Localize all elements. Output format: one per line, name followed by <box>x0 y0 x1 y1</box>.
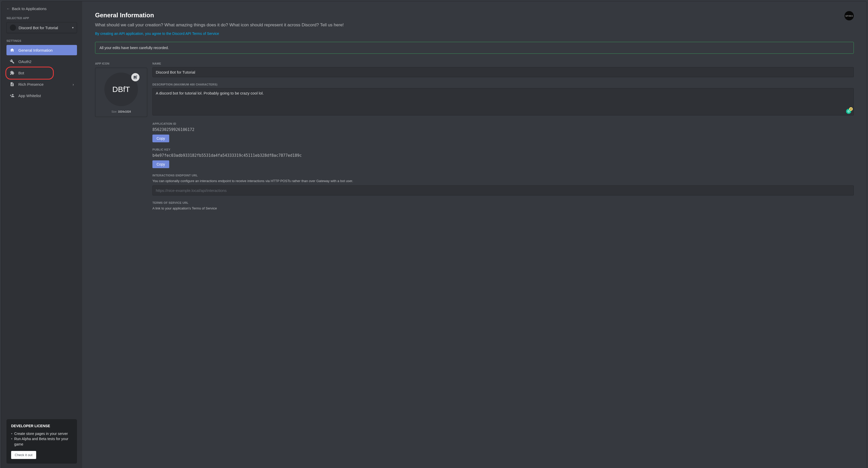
app-icon-preview: DBfT <box>104 72 138 106</box>
copy-public-key-button[interactable]: Copy <box>152 160 169 168</box>
chevron-right-icon: › <box>72 82 74 87</box>
app-avatar-icon <box>10 25 16 31</box>
save-notice: All your edits have been carefully recor… <box>95 42 854 54</box>
puzzle-icon <box>9 70 15 75</box>
nav-rich-presence[interactable]: Rich Presence › <box>6 79 77 89</box>
app-icon-upload[interactable]: DBfT Size: 1024x1024 <box>95 68 147 117</box>
upload-image-icon[interactable] <box>131 73 140 81</box>
page-icon <box>9 82 15 87</box>
interactions-endpoint-input[interactable] <box>152 185 854 195</box>
app-selector-dropdown[interactable]: Discord Bot for Tutorial ▾ <box>6 22 77 33</box>
home-icon <box>9 48 15 53</box>
grammarly-count-badge: 2 <box>849 107 853 111</box>
grammarly-icon[interactable]: G 2 <box>846 109 851 114</box>
nav-label: Bot <box>18 71 24 75</box>
nav-oauth2[interactable]: OAuth2 <box>6 56 77 67</box>
nav-bot[interactable]: Bot <box>6 68 77 78</box>
dev-license-bullet: Run Alpha and Beta tests for your game <box>11 436 72 447</box>
public-key-label: PUBLIC KEY <box>152 148 854 151</box>
tos-url-help: A link to your application's Terms of Se… <box>152 206 854 210</box>
selected-app-label: SELECTED APP <box>6 17 77 20</box>
nav-label: General Information <box>18 48 53 53</box>
nav-label: Rich Presence <box>18 82 44 87</box>
brand-badge-icon: 127.0.0.1 <box>844 11 854 21</box>
interactions-endpoint-label: INTERACTIONS ENDPOINT URL <box>152 174 854 177</box>
app-icon-size-hint: Size: 1024x1024 <box>99 110 143 113</box>
application-id-label: APPLICATION ID <box>152 122 854 125</box>
main-content: 127.0.0.1 General Information What shoul… <box>82 1 867 468</box>
page-title: General Information <box>95 11 854 19</box>
back-to-applications-link[interactable]: ← Back to Applications <box>6 6 77 11</box>
nav-label: App Whitelist <box>18 93 41 98</box>
developer-license-card: DEVELOPER LICENSE Create store pages in … <box>6 419 77 464</box>
nav-label: OAuth2 <box>18 59 32 64</box>
tos-url-label: TERMS OF SERVICE URL <box>152 201 854 204</box>
name-input[interactable] <box>152 67 854 77</box>
arrow-left-icon: ← <box>6 7 10 10</box>
public-key-value: b4e97fec03adb933182fb5531da4fa54333319c4… <box>152 153 854 158</box>
description-label: DESCRIPTION (MAXIMUM 400 CHARACTERS) <box>152 83 854 86</box>
selected-app-name: Discord Bot for Tutorial <box>19 26 69 30</box>
settings-nav: General Information OAuth2 Bot Rich Pr <box>6 45 77 102</box>
description-input[interactable] <box>152 88 854 116</box>
tos-agreement-link[interactable]: By creating an API application, you agre… <box>95 32 219 36</box>
person-add-icon <box>9 93 15 98</box>
back-label: Back to Applications <box>12 6 46 11</box>
chevron-down-icon: ▾ <box>72 26 74 29</box>
interactions-endpoint-help: You can optionally configure an interact… <box>152 179 854 183</box>
check-it-out-button[interactable]: Check it out <box>11 451 36 459</box>
application-id-value: 856230259926106172 <box>152 127 854 132</box>
app-icon-label: APP ICON <box>95 62 147 65</box>
copy-app-id-button[interactable]: Copy <box>152 134 169 142</box>
page-subtitle: What should we call your creation? What … <box>95 23 854 28</box>
nav-general-information[interactable]: General Information <box>6 45 77 55</box>
dev-license-title: DEVELOPER LICENSE <box>11 424 72 428</box>
app-icon-initials: DBfT <box>113 85 130 94</box>
settings-label: SETTINGS <box>6 39 77 42</box>
sidebar: ← Back to Applications SELECTED APP Disc… <box>1 1 82 468</box>
dev-license-bullet: Create store pages in your server <box>11 431 72 436</box>
app-icon-section: APP ICON DBfT Size: 1024x1024 <box>95 62 147 117</box>
wrench-icon <box>9 59 15 64</box>
nav-app-whitelist[interactable]: App Whitelist <box>6 90 77 101</box>
name-label: NAME <box>152 62 854 65</box>
